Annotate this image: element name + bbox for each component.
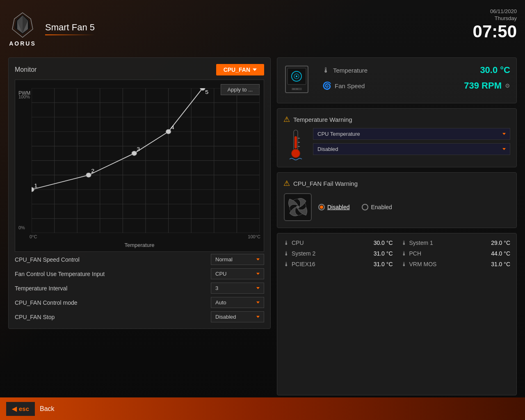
temp-input-value: CPU: [215, 271, 226, 277]
thermometer-large-icon: [283, 128, 308, 161]
temp-warning-status-arrow: [502, 148, 506, 150]
control-mode-label: CPU_FAN Control mode: [15, 299, 78, 306]
fan-controls: CPU_FAN Speed Control Normal Fan Control…: [15, 254, 264, 322]
temp-source-value: CPU Temperature: [317, 131, 360, 137]
pciex16-temp-item: 🌡 PCIEX16 31.0 °C: [283, 261, 393, 267]
fan-selector-arrow: [253, 68, 257, 71]
page-title-area: Smart Fan 5: [45, 22, 95, 35]
temperature-label: Temperature: [333, 67, 480, 74]
system1-temp-item: 🌡 System 1 29.0 °C: [401, 240, 511, 246]
warning-icon: ⚠: [283, 115, 290, 124]
back-label: Back: [40, 405, 55, 413]
y-axis-0-label: 0%: [18, 225, 25, 230]
fail-warning-radio-group: Disabled Enabled: [318, 204, 392, 210]
chart-area: PWM Apply to ... 100% 0%: [15, 80, 264, 252]
control-mode-arrow: [256, 301, 260, 304]
fail-warning-header: ⚠ CPU_FAN Fail Warning: [283, 179, 510, 188]
monitor-label: Monitor: [15, 66, 37, 73]
system1-temp-name: System 1: [409, 240, 489, 246]
settings-icon[interactable]: ⚙: [505, 82, 510, 89]
svg-rect-40: [292, 89, 295, 89]
temp-warning-status-value: Disabled: [317, 146, 338, 152]
temp-source-arrow: [502, 133, 506, 135]
pch-temp-icon: 🌡: [401, 250, 407, 257]
disabled-radio-label: Disabled: [327, 204, 349, 210]
vrm-temp-item: 🌡 VRM MOS 31.0 °C: [401, 261, 511, 267]
cpu-temp-icon: 🌡: [283, 240, 289, 246]
svg-rect-43: [294, 136, 297, 148]
speed-control-arrow: [256, 258, 260, 260]
disabled-radio-outer: [318, 204, 325, 210]
thermometer-icon: 🌡: [322, 66, 330, 75]
speed-control-row: CPU_FAN Speed Control Normal: [15, 254, 264, 265]
right-panel: 🌡 Temperature 30.0 °C 🌀 Fan Speed 739 RP…: [277, 57, 517, 395]
fan-stop-dropdown[interactable]: Disabled: [211, 311, 264, 322]
logo-area: AORUS: [8, 11, 37, 47]
monitor-card: Monitor CPU_FAN PWM Apply to ... 100% 0%: [8, 57, 271, 329]
svg-point-44: [292, 149, 300, 158]
monitor-header: Monitor CPU_FAN: [15, 64, 264, 75]
temp-interval-dropdown[interactable]: 3: [211, 283, 264, 294]
temp-readings-card: 🌡 CPU 30.0 °C 🌡 System 1 29.0 °C 🌡 Syste…: [277, 233, 517, 395]
fan-curve-chart[interactable]: 1 2 3 4 5: [32, 88, 260, 233]
system2-temp-name: System 2: [292, 250, 371, 257]
svg-text:2: 2: [91, 168, 94, 174]
speed-control-dropdown[interactable]: Normal: [211, 254, 264, 265]
vrm-temp-icon: 🌡: [401, 261, 407, 267]
warning-content: CPU Temperature Disabled: [283, 128, 510, 161]
svg-point-26: [86, 173, 91, 177]
fan-speed-value: 739 RPM: [464, 80, 502, 91]
pciex16-temp-name: PCIEX16: [292, 261, 371, 267]
aorus-text: AORUS: [9, 40, 36, 47]
pch-temp-item: 🌡 PCH 44.0 °C: [401, 250, 511, 257]
bottom-bar: ◀ esc Back: [0, 397, 525, 420]
fan-stop-value: Disabled: [215, 314, 236, 320]
vrm-temp-value: 31.0 °C: [491, 261, 510, 267]
svg-text:4: 4: [171, 125, 174, 130]
disabled-radio-inner: [320, 205, 323, 209]
datetime-area: 06/11/2020 Thursday 07:50: [473, 8, 517, 40]
enabled-radio-outer: [362, 204, 368, 210]
pc-icon: [283, 64, 316, 97]
svg-point-28: [132, 151, 137, 155]
page-title: Smart Fan 5: [45, 22, 95, 33]
fail-warning-content: Disabled Enabled: [283, 193, 510, 221]
temperature-warning-card: ⚠ Temperature Warning: [277, 108, 517, 167]
control-mode-dropdown[interactable]: Auto: [211, 297, 264, 308]
system1-temp-icon: 🌡: [401, 240, 407, 246]
disabled-radio[interactable]: Disabled: [318, 204, 349, 210]
system1-temp-value: 29.0 °C: [491, 240, 510, 246]
enabled-radio[interactable]: Enabled: [362, 204, 392, 210]
fan-speed-row: 🌀 Fan Speed 739 RPM ⚙: [322, 80, 510, 91]
esc-arrow-icon: ◀: [12, 405, 17, 413]
temp-input-row: Fan Control Use Temperature Input CPU: [15, 268, 264, 279]
temp-input-dropdown[interactable]: CPU: [211, 268, 264, 279]
speed-control-value: Normal: [215, 256, 233, 262]
temp-warning-status-dropdown[interactable]: Disabled: [313, 143, 510, 155]
pch-temp-value: 44.0 °C: [491, 250, 510, 257]
svg-point-38: [296, 75, 297, 77]
date-display: 06/11/2020 Thursday: [490, 8, 517, 22]
temp-source-dropdown[interactable]: CPU Temperature: [313, 128, 510, 140]
y-axis-100-label: 100%: [18, 94, 30, 99]
time-display: 07:50: [473, 23, 517, 40]
fan-stop-label: CPU_FAN Stop: [15, 314, 55, 320]
svg-rect-41: [296, 89, 298, 89]
temp-readings-grid: 🌡 CPU 30.0 °C 🌡 System 1 29.0 °C 🌡 Syste…: [283, 240, 510, 267]
cpu-temp-item: 🌡 CPU 30.0 °C: [283, 240, 393, 246]
svg-point-50: [296, 205, 299, 209]
fail-warning-title: CPU_FAN Fail Warning: [293, 180, 358, 187]
control-mode-value: Auto: [215, 299, 226, 306]
left-panel: Monitor CPU_FAN PWM Apply to ... 100% 0%: [8, 57, 271, 395]
warning-title: Temperature Warning: [293, 116, 352, 123]
fan-large-icon: [283, 193, 312, 221]
temp-interval-row: Temperature Interval 3: [15, 283, 264, 294]
vrm-temp-name: VRM MOS: [409, 261, 489, 267]
pciex16-temp-icon: 🌡: [283, 261, 289, 267]
warning-dropdowns: CPU Temperature Disabled: [313, 128, 510, 161]
fan-selector-button[interactable]: CPU_FAN: [216, 64, 264, 75]
speed-control-label: CPU_FAN Speed Control: [15, 256, 80, 263]
control-mode-row: CPU_FAN Control mode Auto: [15, 297, 264, 308]
esc-button[interactable]: ◀ esc: [6, 402, 35, 416]
fan-stop-row: CPU_FAN Stop Disabled: [15, 311, 264, 322]
